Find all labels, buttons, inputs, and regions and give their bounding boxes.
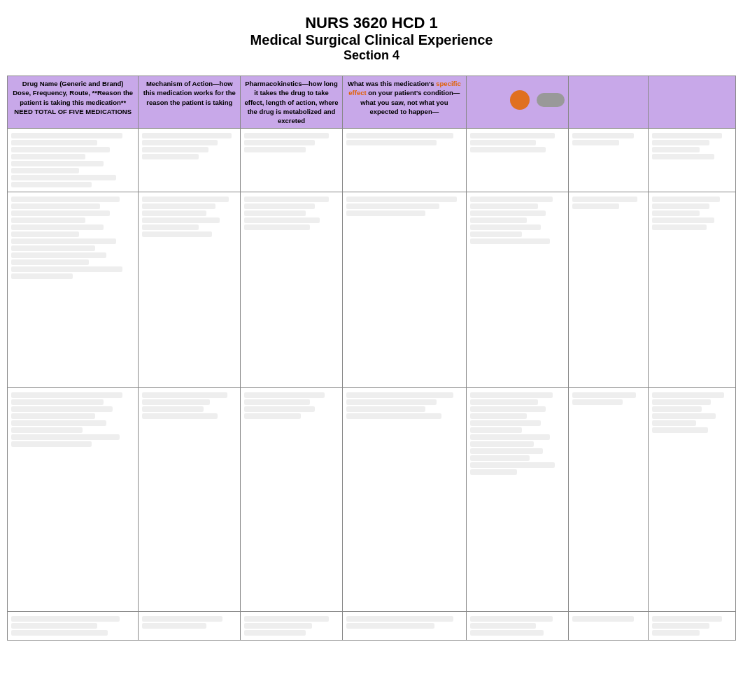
- row4-col1: [8, 612, 139, 641]
- row4-col4: [342, 612, 466, 641]
- need-total-text: NEED TOTAL OF FIVE MEDICATIONS: [14, 108, 132, 115]
- col-header-effect: What was this medication's specific effe…: [342, 76, 466, 129]
- row1-col7: [649, 129, 736, 192]
- table-header-row: Drug Name (Generic and Brand)Dose, Frequ…: [8, 76, 736, 129]
- col-header-extra1: [466, 76, 568, 129]
- row4-col7: [649, 612, 736, 641]
- row4-col6: [568, 612, 649, 641]
- table-row: [8, 129, 736, 192]
- row2-col1: [8, 192, 139, 388]
- row1-col4: [342, 129, 466, 192]
- row2-col4: [342, 192, 466, 388]
- row3-col3: [241, 388, 343, 612]
- row2-col5: [466, 192, 568, 388]
- title-line3: Section 4: [7, 48, 736, 63]
- row1-col3: [241, 129, 343, 192]
- medication-table: Drug Name (Generic and Brand)Dose, Frequ…: [7, 76, 736, 641]
- table-row: [8, 612, 736, 641]
- col-header-extra3: [649, 76, 736, 129]
- row1-col5: [466, 129, 568, 192]
- effect-label-before: What was this medication's: [348, 80, 436, 87]
- row2-col3: [241, 192, 343, 388]
- row1-col6: [568, 129, 649, 192]
- mechanism-label: Mechanism of Action—how this medication …: [143, 80, 236, 106]
- row4-col2: [139, 612, 241, 641]
- row2-col7: [649, 192, 736, 388]
- effect-label-after: on your patient's condition—what you saw…: [360, 89, 460, 115]
- title-line1: NURS 3620 HCD 1: [7, 14, 736, 32]
- col-header-drug: Drug Name (Generic and Brand)Dose, Frequ…: [8, 76, 139, 129]
- row3-col1: [8, 388, 139, 612]
- row2-col6: [568, 192, 649, 388]
- page-header: NURS 3620 HCD 1 Medical Surgical Clinica…: [7, 14, 736, 63]
- col-header-pharmacokinetics: Pharmacokinetics—how long it takes the d…: [241, 76, 343, 129]
- row1-col2: [139, 129, 241, 192]
- row3-col7: [649, 388, 736, 612]
- col-header-extra2: [568, 76, 649, 129]
- orange-circle-icon: [510, 90, 530, 110]
- table-row: [8, 388, 736, 612]
- gray-oval-icon: [537, 93, 565, 107]
- page-container: NURS 3620 HCD 1 Medical Surgical Clinica…: [0, 0, 743, 655]
- table-row: [8, 192, 736, 388]
- pharmacokinetics-label: Pharmacokinetics—how long it takes the d…: [244, 80, 338, 124]
- col-header-drug-text: Drug Name (Generic and Brand)Dose, Frequ…: [13, 80, 133, 115]
- row3-col2: [139, 388, 241, 612]
- row4-col5: [466, 612, 568, 641]
- row2-col2: [139, 192, 241, 388]
- row1-col1: [8, 129, 139, 192]
- title-line2: Medical Surgical Clinical Experience: [7, 32, 736, 48]
- row3-col5: [466, 388, 568, 612]
- col-header-mechanism: Mechanism of Action—how this medication …: [139, 76, 241, 129]
- row3-col6: [568, 388, 649, 612]
- row3-col4: [342, 388, 466, 612]
- row4-col3: [241, 612, 343, 641]
